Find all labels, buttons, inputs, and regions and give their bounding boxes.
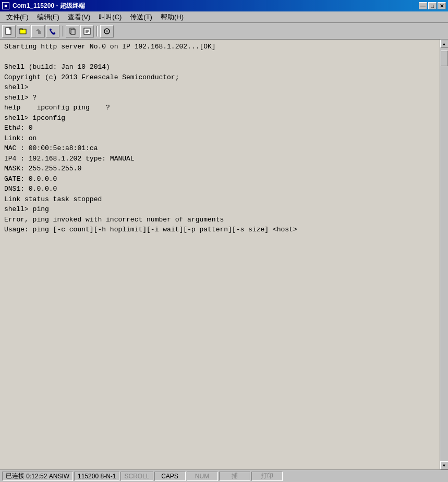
toolbar-settings-button[interactable] bbox=[100, 25, 114, 38]
window-icon: ■ bbox=[2, 2, 9, 9]
menu-file[interactable]: 文件(F) bbox=[2, 11, 33, 23]
menu-call[interactable]: 叫叫(C) bbox=[94, 11, 126, 23]
toolbar-copy2-button[interactable] bbox=[80, 25, 94, 38]
toolbar-copy1-button[interactable] bbox=[66, 25, 79, 38]
svg-rect-4 bbox=[71, 29, 75, 34]
toolbar-sep-1 bbox=[62, 26, 63, 36]
baud-rate-status: 115200 8-N-1 bbox=[74, 472, 119, 481]
scroll-status: SCROLL bbox=[120, 472, 153, 481]
toolbar-new-button[interactable] bbox=[2, 25, 16, 38]
num-status: NUM bbox=[187, 472, 218, 481]
menu-transfer[interactable]: 传送(T) bbox=[126, 11, 156, 23]
scroll-thumb[interactable] bbox=[441, 51, 448, 66]
toolbar-back-button[interactable] bbox=[31, 25, 45, 38]
close-button[interactable]: ✕ bbox=[438, 2, 446, 9]
minimize-button[interactable]: — bbox=[419, 2, 427, 9]
maximize-button[interactable]: □ bbox=[428, 2, 437, 9]
toolbar-open-button[interactable] bbox=[17, 25, 30, 38]
scroll-up-button[interactable]: ▲ bbox=[440, 40, 449, 48]
capture-status: 捕 bbox=[219, 472, 250, 481]
window-title: Com1_115200 - 超级终端 bbox=[13, 2, 85, 10]
menu-edit[interactable]: 编辑(E) bbox=[33, 11, 64, 23]
connection-status: 已连接 0:12:52 ANSIW bbox=[2, 472, 73, 481]
menu-help[interactable]: 帮助(H) bbox=[156, 11, 188, 23]
toolbar bbox=[0, 23, 448, 40]
scroll-track[interactable] bbox=[440, 48, 449, 461]
svg-rect-2 bbox=[20, 29, 22, 30]
svg-point-10 bbox=[106, 30, 108, 32]
scroll-down-button[interactable]: ▼ bbox=[440, 461, 449, 469]
print-status: 打印 bbox=[251, 472, 283, 481]
menu-bar: 文件(F) 编辑(E) 查看(V) 叫叫(C) 传送(T) 帮助(H) bbox=[0, 11, 448, 23]
caps-status: CAPS bbox=[154, 472, 186, 481]
terminal-scroll-area[interactable]: Starting http server No.0 on IP 192.168.… bbox=[0, 40, 440, 469]
status-bar: 已连接 0:12:52 ANSIW 115200 8-N-1 SCROLL CA… bbox=[0, 469, 448, 482]
title-bar: ■ Com1_115200 - 超级终端 — □ ✕ bbox=[0, 0, 448, 11]
terminal-container: Starting http server No.0 on IP 192.168.… bbox=[0, 40, 448, 469]
toolbar-call-button[interactable] bbox=[46, 25, 59, 38]
toolbar-sep-2 bbox=[96, 26, 98, 36]
terminal-output: Starting http server No.0 on IP 192.168.… bbox=[0, 40, 440, 469]
menu-view[interactable]: 查看(V) bbox=[64, 11, 94, 23]
scrollbar[interactable]: ▲ ▼ bbox=[440, 40, 448, 469]
